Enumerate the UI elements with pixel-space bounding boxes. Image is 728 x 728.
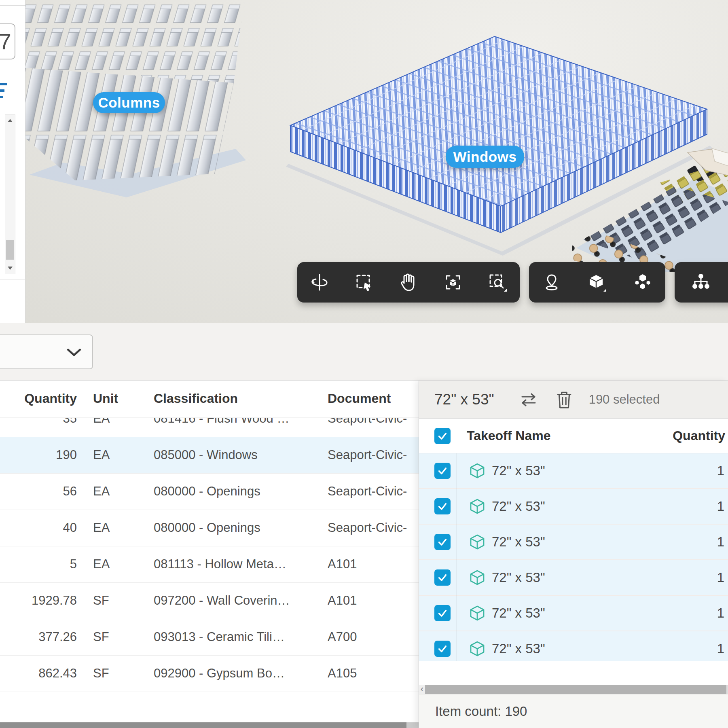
zoom-window-button[interactable] — [477, 262, 518, 303]
cell-classification: 081113 - Hollow Meta… — [154, 557, 317, 571]
viewport-toolbar-navigation — [297, 262, 520, 303]
left-panel-scrollbar[interactable] — [5, 114, 15, 274]
takeoff-item-row[interactable]: 72" x 53" 1 — [419, 631, 728, 661]
takeoff-app: Columns Windows — [0, 0, 728, 728]
viewport-toolbar-view — [529, 262, 665, 303]
takeoff-item-row[interactable]: 72" x 53" 1 — [419, 489, 728, 525]
cell-unit: EA — [93, 418, 142, 426]
table-row[interactable]: 1929.78 SF 097200 - Wall Coverin… A101 — [0, 583, 419, 619]
takeoff-item-row[interactable]: 72" x 53" 1 — [419, 596, 728, 631]
header-unit[interactable]: Unit — [93, 391, 118, 406]
cell-quantity: 862.43 — [0, 666, 77, 681]
cell-document: A101 — [328, 593, 419, 608]
table-row[interactable]: 5 EA 081113 - Hollow Meta… A101 — [0, 546, 419, 583]
takeoff-item-row[interactable]: 72" x 53" 1 — [419, 525, 728, 560]
orbit-button[interactable] — [299, 262, 340, 303]
item-count-label: Item count: 190 — [435, 704, 527, 719]
location-pin-icon — [542, 273, 561, 292]
item-checkbox[interactable] — [434, 498, 451, 514]
takeoff-table: Quantity Unit Classification Document 35… — [0, 381, 419, 728]
filter-icon[interactable] — [0, 83, 7, 102]
item-checkbox[interactable] — [434, 463, 451, 479]
table-filter-bar — [0, 323, 728, 381]
table-row[interactable]: 40 EA 080000 - Openings Seaport-Civic- — [0, 510, 419, 546]
scroll-up-icon[interactable] — [8, 119, 13, 122]
cell-unit: EA — [93, 557, 142, 571]
item-name: 72" x 53" — [492, 605, 545, 621]
scroll-down-icon[interactable] — [8, 267, 13, 270]
swap-icon[interactable] — [518, 392, 539, 408]
chevron-down-icon — [67, 348, 81, 357]
item-checkbox[interactable] — [434, 569, 451, 586]
table-row[interactable]: 56 EA 080000 - Openings Seaport-Civic- — [0, 474, 419, 510]
cell-document: A105 — [328, 666, 419, 681]
takeoff-items-list: 72" x 53" 1 72" x 53" 1 72" x 53" 1 72" … — [419, 453, 728, 661]
cell-classification: 092900 - Gypsum Bo… — [154, 666, 317, 681]
table-body: 35 EA 081416 - Flush Wood … Seaport-Civi… — [0, 418, 419, 698]
panel-header: 72" x 53" 190 selected — [419, 381, 728, 419]
item-name: 72" x 53" — [492, 641, 545, 656]
first-person-button[interactable] — [531, 262, 572, 303]
check-icon — [437, 430, 448, 442]
hexagons-icon — [633, 273, 652, 292]
takeoff-item-row[interactable]: 72" x 53" 1 — [419, 560, 728, 596]
table-horizontal-scrollbar[interactable] — [0, 722, 419, 728]
header-item-quantity[interactable]: Quantity — [673, 428, 725, 443]
item-checkbox[interactable] — [434, 605, 451, 621]
cell-quantity: 190 — [0, 448, 77, 462]
cell-quantity: 1929.78 — [0, 593, 77, 608]
trash-icon[interactable] — [556, 390, 573, 409]
select-button[interactable] — [344, 262, 384, 303]
zoom-fit-icon — [443, 273, 463, 292]
scroll-thumb[interactable] — [0, 722, 406, 728]
left-panel-edge: 7 — [0, 0, 25, 323]
zoom-fit-button[interactable] — [433, 262, 473, 303]
header-quantity[interactable]: Quantity — [0, 391, 77, 406]
cell-quantity: 56 — [0, 484, 77, 499]
panel-horizontal-scrollbar[interactable]: ‹ — [419, 685, 728, 694]
select-all-checkbox[interactable] — [434, 428, 451, 444]
table-row[interactable]: 26 EA 080000 - Openings A101 — [0, 692, 419, 698]
properties-button[interactable] — [622, 262, 663, 303]
item-quantity: 1 — [717, 534, 724, 550]
item-quantity: 1 — [717, 463, 724, 478]
panel-column-header: Takeoff Name Quantity — [419, 419, 728, 453]
label-windows: Windows — [446, 146, 524, 168]
pan-hand-icon — [399, 273, 418, 292]
table-row[interactable]: 377.26 SF 093013 - Ceramic Tili… A700 — [0, 619, 419, 656]
cell-unit: EA — [93, 521, 142, 535]
item-name: 72" x 53" — [492, 499, 545, 514]
pan-button[interactable] — [388, 262, 429, 303]
cell-document: Seaport-Civic- — [328, 418, 419, 426]
label-columns: Columns — [93, 92, 165, 113]
table-row-selected[interactable]: 190 EA 085000 - Windows Seaport-Civic- — [0, 437, 419, 474]
table-row[interactable]: 35 EA 081416 - Flush Wood … Seaport-Civi… — [0, 418, 419, 437]
viewport-3d[interactable]: Columns Windows — [0, 0, 728, 323]
item-quantity: 1 — [717, 499, 724, 514]
takeoff-item-row[interactable]: 72" x 53" 1 — [419, 453, 728, 489]
table-header: Quantity Unit Classification Document — [0, 381, 419, 417]
header-takeoff-name[interactable]: Takeoff Name — [467, 428, 550, 443]
cell-document: A101 — [328, 557, 419, 571]
view-cube-button[interactable] — [577, 262, 617, 303]
filter-dropdown[interactable] — [0, 334, 93, 369]
cell-document: Seaport-Civic- — [328, 484, 419, 499]
scroll-thumb[interactable] — [6, 240, 14, 260]
scroll-thumb[interactable] — [425, 685, 726, 694]
divider — [0, 5, 25, 6]
item-name: 72" x 53" — [492, 570, 545, 585]
page-number-input[interactable]: 7 — [0, 23, 15, 59]
item-checkbox[interactable] — [434, 641, 451, 657]
model-browser-button[interactable] — [686, 262, 716, 303]
item-checkbox[interactable] — [434, 534, 451, 550]
model-cube-icon — [469, 498, 485, 514]
cell-unit: SF — [93, 666, 142, 681]
partial-button[interactable] — [716, 262, 728, 303]
cell-unit: EA — [93, 484, 142, 499]
header-document[interactable]: Document — [328, 391, 391, 406]
cell-quantity: 377.26 — [0, 630, 77, 644]
divider — [0, 279, 25, 279]
header-classification[interactable]: Classification — [154, 391, 238, 406]
table-row[interactable]: 862.43 SF 092900 - Gypsum Bo… A105 — [0, 656, 419, 692]
scroll-left-icon[interactable]: ‹ — [419, 685, 425, 694]
